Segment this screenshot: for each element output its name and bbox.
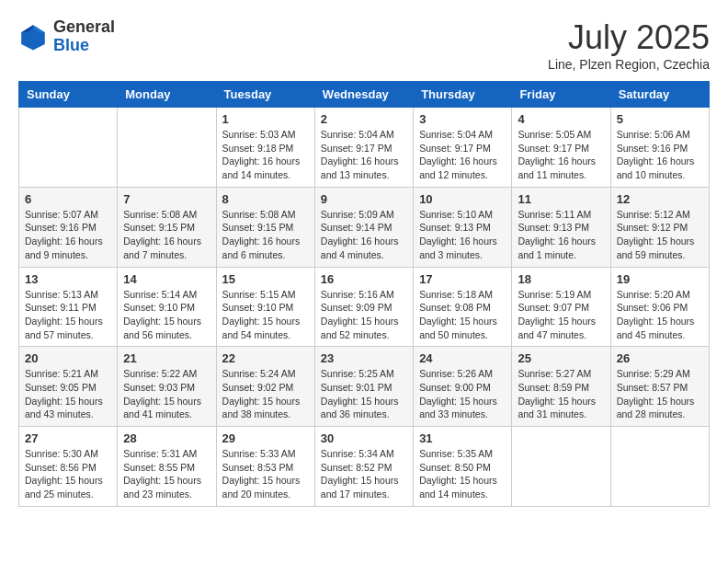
calendar-cell: 26Sunrise: 5:29 AM Sunset: 8:57 PM Dayli… <box>610 347 709 427</box>
calendar-cell: 27Sunrise: 5:30 AM Sunset: 8:56 PM Dayli… <box>19 427 118 507</box>
day-number: 8 <box>222 192 309 206</box>
day-info: Sunrise: 5:12 AM Sunset: 9:12 PM Dayligh… <box>617 208 703 262</box>
day-info: Sunrise: 5:13 AM Sunset: 9:11 PM Dayligh… <box>25 288 111 342</box>
calendar-cell: 24Sunrise: 5:26 AM Sunset: 9:00 PM Dayli… <box>414 347 512 427</box>
day-number: 4 <box>518 112 604 126</box>
day-number: 26 <box>617 351 703 365</box>
calendar-body: 1Sunrise: 5:03 AM Sunset: 9:18 PM Daylig… <box>19 108 710 507</box>
day-info: Sunrise: 5:19 AM Sunset: 9:07 PM Dayligh… <box>518 288 604 342</box>
day-number: 19 <box>617 272 703 286</box>
day-info: Sunrise: 5:03 AM Sunset: 9:18 PM Dayligh… <box>222 128 309 182</box>
day-number: 10 <box>419 192 506 206</box>
week-row-1: 1Sunrise: 5:03 AM Sunset: 9:18 PM Daylig… <box>19 108 710 188</box>
day-info: Sunrise: 5:27 AM Sunset: 8:59 PM Dayligh… <box>518 367 604 421</box>
calendar-cell: 1Sunrise: 5:03 AM Sunset: 9:18 PM Daylig… <box>216 108 314 188</box>
calendar-table: SundayMondayTuesdayWednesdayThursdayFrid… <box>18 81 710 507</box>
calendar-cell: 6Sunrise: 5:07 AM Sunset: 9:16 PM Daylig… <box>19 187 118 267</box>
calendar-header: SundayMondayTuesdayWednesdayThursdayFrid… <box>19 82 710 108</box>
calendar-cell: 9Sunrise: 5:09 AM Sunset: 9:14 PM Daylig… <box>314 187 413 267</box>
week-row-5: 27Sunrise: 5:30 AM Sunset: 8:56 PM Dayli… <box>19 427 710 507</box>
calendar-cell <box>512 427 610 507</box>
calendar-cell: 20Sunrise: 5:21 AM Sunset: 9:05 PM Dayli… <box>19 347 118 427</box>
day-number: 23 <box>321 351 407 365</box>
calendar-cell: 12Sunrise: 5:12 AM Sunset: 9:12 PM Dayli… <box>610 187 709 267</box>
calendar-cell: 25Sunrise: 5:27 AM Sunset: 8:59 PM Dayli… <box>512 347 610 427</box>
day-number: 20 <box>25 351 111 365</box>
weekday-header-saturday: Saturday <box>610 82 709 108</box>
calendar-cell: 14Sunrise: 5:14 AM Sunset: 9:10 PM Dayli… <box>118 267 216 347</box>
day-number: 24 <box>419 351 506 365</box>
day-number: 29 <box>222 431 309 445</box>
day-number: 25 <box>518 351 604 365</box>
day-number: 12 <box>617 192 703 206</box>
calendar-cell: 17Sunrise: 5:18 AM Sunset: 9:08 PM Dayli… <box>414 267 512 347</box>
day-number: 14 <box>123 272 210 286</box>
day-info: Sunrise: 5:33 AM Sunset: 8:53 PM Dayligh… <box>222 447 309 501</box>
day-info: Sunrise: 5:11 AM Sunset: 9:13 PM Dayligh… <box>518 208 604 262</box>
calendar-cell: 3Sunrise: 5:04 AM Sunset: 9:17 PM Daylig… <box>414 108 512 188</box>
logo-blue-text: Blue <box>53 37 115 55</box>
location: Line, Plzen Region, Czechia <box>548 57 710 72</box>
day-number: 18 <box>518 272 604 286</box>
day-info: Sunrise: 5:20 AM Sunset: 9:06 PM Dayligh… <box>617 288 703 342</box>
day-number: 22 <box>222 351 309 365</box>
page-header: General Blue July 2025 Line, Plzen Regio… <box>18 18 710 72</box>
calendar-cell: 8Sunrise: 5:08 AM Sunset: 9:15 PM Daylig… <box>216 187 314 267</box>
day-info: Sunrise: 5:16 AM Sunset: 9:09 PM Dayligh… <box>321 288 407 342</box>
month-year: July 2025 <box>548 18 710 57</box>
day-info: Sunrise: 5:05 AM Sunset: 9:17 PM Dayligh… <box>518 128 604 182</box>
calendar-cell: 7Sunrise: 5:08 AM Sunset: 9:15 PM Daylig… <box>118 187 216 267</box>
calendar-cell: 19Sunrise: 5:20 AM Sunset: 9:06 PM Dayli… <box>610 267 709 347</box>
calendar-cell: 4Sunrise: 5:05 AM Sunset: 9:17 PM Daylig… <box>512 108 610 188</box>
calendar-cell: 2Sunrise: 5:04 AM Sunset: 9:17 PM Daylig… <box>314 108 413 188</box>
calendar-cell: 29Sunrise: 5:33 AM Sunset: 8:53 PM Dayli… <box>216 427 314 507</box>
day-info: Sunrise: 5:21 AM Sunset: 9:05 PM Dayligh… <box>25 367 111 421</box>
day-number: 11 <box>518 192 604 206</box>
day-number: 2 <box>321 112 407 126</box>
day-number: 5 <box>617 112 703 126</box>
weekday-header-thursday: Thursday <box>414 82 512 108</box>
day-info: Sunrise: 5:24 AM Sunset: 9:02 PM Dayligh… <box>222 367 309 421</box>
day-number: 13 <box>25 272 111 286</box>
logo-text: General Blue <box>53 18 115 55</box>
calendar-cell: 11Sunrise: 5:11 AM Sunset: 9:13 PM Dayli… <box>512 187 610 267</box>
logo-icon <box>18 22 48 52</box>
day-info: Sunrise: 5:34 AM Sunset: 8:52 PM Dayligh… <box>321 447 407 501</box>
weekday-header-row: SundayMondayTuesdayWednesdayThursdayFrid… <box>19 82 710 108</box>
day-number: 28 <box>123 431 210 445</box>
day-info: Sunrise: 5:29 AM Sunset: 8:57 PM Dayligh… <box>617 367 703 421</box>
day-info: Sunrise: 5:07 AM Sunset: 9:16 PM Dayligh… <box>25 208 111 262</box>
weekday-header-tuesday: Tuesday <box>216 82 314 108</box>
day-number: 6 <box>25 192 111 206</box>
day-info: Sunrise: 5:26 AM Sunset: 9:00 PM Dayligh… <box>419 367 506 421</box>
calendar-cell: 18Sunrise: 5:19 AM Sunset: 9:07 PM Dayli… <box>512 267 610 347</box>
weekday-header-monday: Monday <box>118 82 216 108</box>
svg-marker-0 <box>21 25 45 50</box>
day-info: Sunrise: 5:14 AM Sunset: 9:10 PM Dayligh… <box>123 288 210 342</box>
title-area: July 2025 Line, Plzen Region, Czechia <box>548 18 710 72</box>
day-info: Sunrise: 5:15 AM Sunset: 9:10 PM Dayligh… <box>222 288 309 342</box>
day-number: 30 <box>321 431 407 445</box>
day-number: 27 <box>25 431 111 445</box>
day-info: Sunrise: 5:08 AM Sunset: 9:15 PM Dayligh… <box>123 208 210 262</box>
day-number: 17 <box>419 272 506 286</box>
calendar-cell: 31Sunrise: 5:35 AM Sunset: 8:50 PM Dayli… <box>414 427 512 507</box>
weekday-header-friday: Friday <box>512 82 610 108</box>
calendar-cell: 5Sunrise: 5:06 AM Sunset: 9:16 PM Daylig… <box>610 108 709 188</box>
calendar-cell: 30Sunrise: 5:34 AM Sunset: 8:52 PM Dayli… <box>314 427 413 507</box>
day-number: 15 <box>222 272 309 286</box>
calendar-cell: 16Sunrise: 5:16 AM Sunset: 9:09 PM Dayli… <box>314 267 413 347</box>
calendar-cell: 23Sunrise: 5:25 AM Sunset: 9:01 PM Dayli… <box>314 347 413 427</box>
calendar-cell: 10Sunrise: 5:10 AM Sunset: 9:13 PM Dayli… <box>414 187 512 267</box>
day-number: 16 <box>321 272 407 286</box>
week-row-4: 20Sunrise: 5:21 AM Sunset: 9:05 PM Dayli… <box>19 347 710 427</box>
calendar-cell <box>610 427 709 507</box>
day-info: Sunrise: 5:08 AM Sunset: 9:15 PM Dayligh… <box>222 208 309 262</box>
weekday-header-sunday: Sunday <box>19 82 118 108</box>
weekday-header-wednesday: Wednesday <box>314 82 413 108</box>
day-info: Sunrise: 5:06 AM Sunset: 9:16 PM Dayligh… <box>617 128 703 182</box>
calendar-cell: 22Sunrise: 5:24 AM Sunset: 9:02 PM Dayli… <box>216 347 314 427</box>
day-info: Sunrise: 5:04 AM Sunset: 9:17 PM Dayligh… <box>419 128 506 182</box>
calendar-cell <box>19 108 118 188</box>
day-number: 3 <box>419 112 506 126</box>
